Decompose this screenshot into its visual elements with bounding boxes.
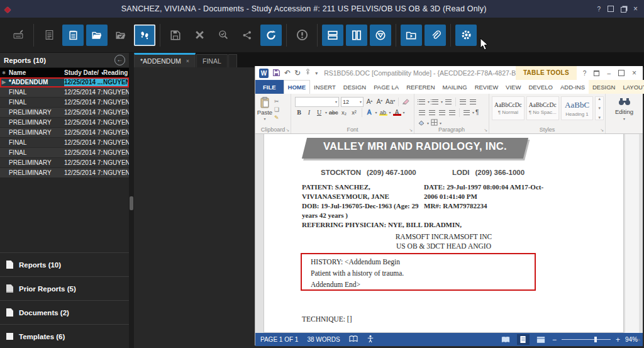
chevron-down-icon[interactable]: ▾: [325, 110, 327, 115]
report-row[interactable]: PRELIMINARY12/25/2014 7:...NGUYEN^P...: [0, 168, 129, 178]
alert-icon[interactable]: [291, 25, 313, 46]
report-row[interactable]: FINAL12/25/2014 7:...NGUYEN^P...: [0, 87, 129, 98]
dialog-launcher-icon[interactable]: ↘: [286, 128, 289, 133]
report-row[interactable]: PRELIMINARY12/25/2014 7:...NGUYEN^P...: [0, 118, 129, 128]
numbering-icon[interactable]: [431, 98, 440, 106]
section-templates[interactable]: Templates (6): [0, 324, 129, 348]
proofing-icon[interactable]: [349, 335, 358, 344]
justify-icon[interactable]: [448, 109, 457, 116]
keyboard-edit-icon[interactable]: [8, 25, 29, 46]
table-tools-context-tab[interactable]: TABLE TOOLS: [516, 66, 577, 80]
find-binoculars-icon[interactable]: [618, 98, 631, 107]
column-study-date[interactable]: Study Date/ ▼: [64, 69, 103, 76]
style-no-spacing[interactable]: AaBbCcDc ¶ No Spac...: [526, 96, 559, 120]
format-painter-icon[interactable]: ✎: [274, 115, 279, 121]
ribbon-tab-review[interactable]: REVIEW: [471, 80, 502, 94]
read-mode-icon[interactable]: [499, 334, 512, 345]
word-minimize-button[interactable]: –: [607, 70, 611, 77]
tab-addendum[interactable]: *ADDENDUM ×: [134, 53, 196, 67]
word-close-button[interactable]: ×: [632, 69, 636, 77]
document-scrollbar[interactable]: [625, 134, 639, 333]
tab-final[interactable]: FINAL: [196, 54, 228, 67]
ribbon-tab-insert[interactable]: INSERT: [310, 80, 340, 94]
ribbon-tab-view[interactable]: VIEW: [502, 80, 525, 94]
section-reports[interactable]: Reports (10): [0, 252, 129, 276]
ribbon-tab-addins[interactable]: ADD-INS: [557, 80, 589, 94]
collapse-ribbon-icon[interactable]: ^: [638, 338, 640, 344]
bullets-icon[interactable]: [418, 98, 426, 106]
restore-button[interactable]: [621, 7, 626, 13]
ribbon-tab-table-design[interactable]: DESIGN: [589, 80, 619, 94]
column-reading-physician[interactable]: Reading Physic: [103, 69, 129, 76]
word-count[interactable]: 38 WORDS: [307, 336, 340, 343]
report-row[interactable]: FINAL12/25/2014 7:...NGUYEN^P...: [0, 138, 129, 148]
align-left-icon[interactable]: [418, 109, 426, 116]
italic-button[interactable]: I: [305, 109, 313, 116]
copy-icon[interactable]: ❏: [274, 106, 279, 113]
text-effects-button[interactable]: A: [365, 109, 374, 116]
web-layout-icon[interactable]: [535, 334, 547, 345]
dialog-launcher-icon[interactable]: ↘: [484, 128, 487, 133]
dialog-launcher-icon[interactable]: ↘: [600, 128, 604, 133]
ribbon-tab-table-layout[interactable]: LAYOUT: [619, 80, 644, 94]
word-report-icon[interactable]: [38, 25, 60, 46]
shrink-font-button[interactable]: A: [375, 98, 384, 105]
fit-screen-button[interactable]: [608, 6, 614, 12]
cut-icon[interactable]: ✂: [274, 98, 279, 104]
zoom-in-button[interactable]: +: [616, 335, 620, 344]
ribbon-tab-mailings[interactable]: MAILING: [439, 80, 471, 94]
word-restore-button[interactable]: [618, 70, 625, 76]
section-documents[interactable]: Documents (2): [0, 300, 129, 324]
zoom-slider-thumb[interactable]: [594, 337, 597, 342]
section-prior-reports[interactable]: Prior Reports (5): [0, 276, 129, 300]
report-row[interactable]: PRELIMINARY12/25/2014 7:...NGUYEN^P...: [0, 158, 129, 168]
share-icon[interactable]: [236, 25, 258, 46]
folder-forward-icon[interactable]: [401, 25, 422, 46]
decrease-indent-icon[interactable]: [458, 98, 467, 106]
highlight-button[interactable]: ab: [379, 109, 387, 116]
ribbon-tab-references[interactable]: REFEREN: [402, 80, 438, 94]
align-center-icon[interactable]: [428, 109, 436, 116]
undo-icon[interactable]: ↶: [284, 69, 291, 77]
report-row[interactable]: PRELIMINARY12/25/2014 7:...NGUYEN^P...: [0, 128, 129, 138]
dialog-launcher-icon[interactable]: ↘: [409, 128, 413, 133]
increase-indent-icon[interactable]: [469, 98, 477, 106]
refresh-icon[interactable]: [260, 25, 282, 46]
footprints-icon[interactable]: [134, 25, 155, 46]
redo-icon[interactable]: ↻: [294, 69, 301, 77]
underline-button[interactable]: U: [315, 109, 323, 116]
close-tab-icon[interactable]: ×: [186, 58, 189, 64]
line-spacing-icon[interactable]: [462, 109, 471, 116]
delete-x-icon[interactable]: [189, 25, 210, 46]
zoom-slider[interactable]: [562, 339, 611, 340]
zoom-level[interactable]: 94%: [625, 336, 638, 343]
multilevel-list-icon[interactable]: [444, 98, 453, 106]
split-horizontal-icon[interactable]: [322, 25, 343, 46]
style-heading1[interactable]: AaBbC Heading 1: [561, 96, 594, 120]
column-name[interactable]: Name: [8, 69, 64, 76]
text-report-icon[interactable]: [62, 25, 84, 46]
ribbon-tab-design[interactable]: DESIGN: [340, 80, 370, 94]
styles-scroll[interactable]: ▲▼▼: [595, 96, 604, 120]
align-right-icon[interactable]: [438, 109, 447, 116]
zoom-out-button[interactable]: −: [552, 335, 557, 344]
subscript-button[interactable]: x₂: [340, 109, 348, 116]
font-size-select[interactable]: 12▾: [341, 97, 364, 107]
clear-formatting-icon[interactable]: [402, 98, 410, 106]
report-row[interactable]: FINAL12/25/2014 7:...NGUYEN^P...: [0, 98, 129, 108]
page-indicator[interactable]: PAGE 1 OF 1: [260, 336, 298, 343]
stop-circle-icon[interactable]: [370, 25, 391, 46]
addendum-history-box[interactable]: HISTORY: <Addendum Begin Patient with a …: [301, 253, 536, 291]
close-button[interactable]: ×: [633, 4, 638, 13]
strikethrough-button[interactable]: abc: [329, 109, 338, 116]
paperclip-icon[interactable]: [425, 25, 446, 46]
collapse-panel-icon[interactable]: ←: [114, 55, 125, 65]
superscript-button[interactable]: x²: [350, 109, 358, 116]
change-case-button[interactable]: Aa: [386, 98, 395, 105]
grow-font-button[interactable]: A: [365, 98, 374, 105]
ribbon-tab-page-layout[interactable]: PAGE LA: [370, 80, 402, 94]
font-color-button[interactable]: A: [393, 109, 401, 116]
pilcrow-icon[interactable]: ¶: [475, 109, 479, 116]
shading-icon[interactable]: [418, 120, 425, 127]
bold-button[interactable]: B: [295, 109, 303, 116]
